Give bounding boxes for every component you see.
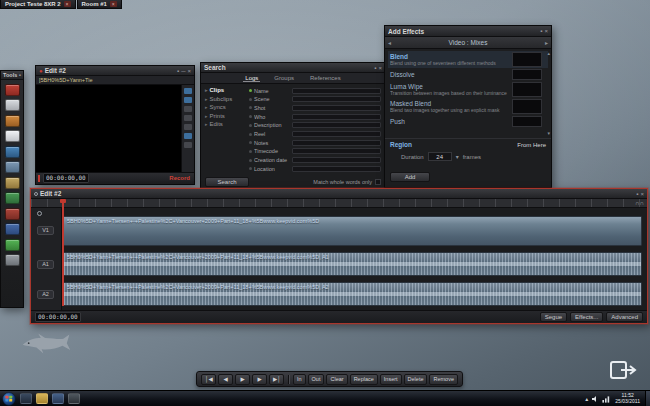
sync-marker-icon[interactable]	[37, 211, 42, 216]
viewer-tool-icon[interactable]	[184, 133, 192, 139]
chevron-down-icon[interactable]: ▾	[456, 153, 459, 160]
tool-icon[interactable]	[5, 223, 20, 235]
tool-icon[interactable]	[5, 130, 20, 142]
timeline-clip-audio-1[interactable]: 5BH0%5D+Yann+Tiersen+-+Palestine%2C+Vanc…	[63, 252, 642, 276]
export-icon[interactable]	[608, 358, 638, 382]
track-label-a1[interactable]: A1	[37, 260, 54, 269]
play-reverse-button[interactable]: ◀	[218, 374, 233, 385]
timeline-timecode[interactable]: 00:00:00,00	[35, 312, 81, 322]
taskbar-app-icon[interactable]	[68, 393, 80, 404]
tool-icon[interactable]	[5, 254, 20, 266]
viewer-tool-icon[interactable]	[184, 106, 192, 112]
pin-icon[interactable]: ▪	[19, 72, 21, 78]
effect-item-blend[interactable]: Blend Blend using one of seventeen diffe…	[388, 51, 548, 68]
viewer-timecode[interactable]: 00:00:00,00	[43, 173, 89, 183]
creation-date-field[interactable]	[292, 157, 381, 163]
match-whole-words-checkbox[interactable]	[375, 179, 381, 185]
chevron-right-icon[interactable]: ▸	[545, 39, 548, 46]
effect-item-masked-blend[interactable]: Masked Blend Blend two images together u…	[388, 98, 548, 115]
scroll-up-icon[interactable]: ▴	[547, 51, 550, 56]
playhead[interactable]	[62, 199, 64, 306]
tray-expand-icon[interactable]: ▴	[585, 395, 588, 402]
category-syncs[interactable]: ▸Syncs	[205, 104, 249, 110]
who-field[interactable]	[292, 114, 381, 120]
effect-item-dissolve[interactable]: Dissolve	[388, 68, 548, 81]
clear-button[interactable]: Clear	[326, 374, 347, 385]
add-effect-button[interactable]: Add	[390, 172, 430, 182]
close-icon[interactable]: ×	[110, 1, 117, 7]
timeline-ruler[interactable]: ∩∩	[31, 199, 647, 208]
reel-field[interactable]	[292, 131, 381, 137]
viewer-titlebar[interactable]: ● Edit #2 ▪ ─ ×	[36, 66, 194, 76]
category-clips[interactable]: ▸Clips	[205, 87, 249, 93]
minimize-icon[interactable]: ─	[181, 68, 185, 74]
advanced-button[interactable]: Advanced	[606, 312, 643, 322]
tool-icon[interactable]	[5, 208, 20, 220]
viewer-tool-icon[interactable]	[184, 124, 192, 130]
tool-icon[interactable]	[5, 239, 20, 251]
effects-titlebar[interactable]: Add Effects ▪ ×	[385, 26, 551, 37]
search-titlebar[interactable]: Search ▪ ×	[201, 63, 385, 73]
insert-button[interactable]: Insert	[380, 374, 402, 385]
tool-icon[interactable]	[5, 84, 20, 96]
effects-button[interactable]: Effects...	[570, 312, 603, 322]
delete-button[interactable]: Delete	[404, 374, 428, 385]
duration-value[interactable]: 24	[428, 152, 452, 161]
tool-icon[interactable]	[5, 192, 20, 204]
tool-icon[interactable]	[5, 177, 20, 189]
close-icon[interactable]: ×	[640, 191, 644, 197]
pin-icon[interactable]: ▪	[177, 68, 179, 74]
tool-icon[interactable]	[5, 161, 20, 173]
goto-end-button[interactable]: ▶│	[269, 374, 284, 385]
mark-out-button[interactable]: Out	[308, 374, 325, 385]
location-field[interactable]	[292, 166, 381, 172]
notes-field[interactable]	[292, 140, 381, 146]
tool-icon[interactable]	[5, 99, 20, 111]
description-field[interactable]	[292, 122, 381, 128]
scene-field[interactable]	[292, 96, 381, 102]
loop-icon[interactable]: ∩∩	[635, 200, 644, 206]
timeline-titlebar[interactable]: Edit #2 ▪ ×	[31, 189, 647, 199]
close-icon[interactable]: ×	[64, 1, 71, 7]
effects-category-title[interactable]: Video : Mixes	[391, 39, 545, 46]
tab-references[interactable]: References	[308, 75, 343, 81]
segue-button[interactable]: Segue	[540, 312, 567, 322]
close-icon[interactable]: ×	[544, 28, 548, 34]
tool-icon[interactable]	[5, 115, 20, 127]
viewer-screen[interactable]	[36, 85, 181, 172]
taskbar-app-icon[interactable]	[52, 393, 64, 404]
close-icon[interactable]: ×	[378, 65, 382, 71]
tab-project[interactable]: Project Teste 8XR 2 ×	[0, 0, 76, 9]
start-button[interactable]	[2, 392, 16, 406]
scroll-down-icon[interactable]: ▾	[547, 131, 550, 136]
network-icon[interactable]	[602, 395, 610, 403]
tool-icon[interactable]	[5, 146, 20, 158]
category-edits[interactable]: ▸Edits	[205, 121, 249, 127]
timeline-clip-video[interactable]: 5BH0%5D+Yann+Tiersen+-+Palestine%2C+Vanc…	[63, 216, 642, 246]
volume-icon[interactable]	[591, 395, 599, 403]
track-label-v1[interactable]: V1	[37, 226, 54, 235]
viewer-tool-icon[interactable]	[184, 142, 192, 148]
viewer-tool-icon[interactable]	[184, 88, 192, 94]
pin-icon[interactable]: ▪	[636, 191, 638, 197]
search-button[interactable]: Search	[205, 177, 249, 187]
timecode-field[interactable]	[292, 148, 381, 154]
shot-field[interactable]	[292, 105, 381, 111]
name-field[interactable]	[292, 88, 381, 94]
play-forward-button[interactable]: ▶	[252, 374, 267, 385]
remove-button[interactable]: Remove	[429, 374, 457, 385]
pin-icon[interactable]: ▪	[540, 28, 542, 34]
taskbar-app-icon[interactable]	[36, 393, 48, 404]
category-prints[interactable]: ▸Prints	[205, 113, 249, 119]
pin-icon[interactable]: ▪	[374, 65, 376, 71]
clock[interactable]: 11:52 25/03/2011	[613, 393, 642, 404]
viewer-tool-icon[interactable]	[184, 97, 192, 103]
effect-item-push[interactable]: Push	[388, 115, 548, 128]
effect-item-luma-wipe[interactable]: Luma Wipe Transition between images base…	[388, 81, 548, 98]
record-label[interactable]: Record	[169, 175, 192, 181]
track-label-a2[interactable]: A2	[37, 290, 54, 299]
tab-groups[interactable]: Groups	[272, 75, 296, 81]
category-subclips[interactable]: ▸Subclips	[205, 96, 249, 102]
tab-room[interactable]: Room #1 ×	[77, 0, 122, 9]
taskbar-app-icon[interactable]	[20, 393, 32, 404]
